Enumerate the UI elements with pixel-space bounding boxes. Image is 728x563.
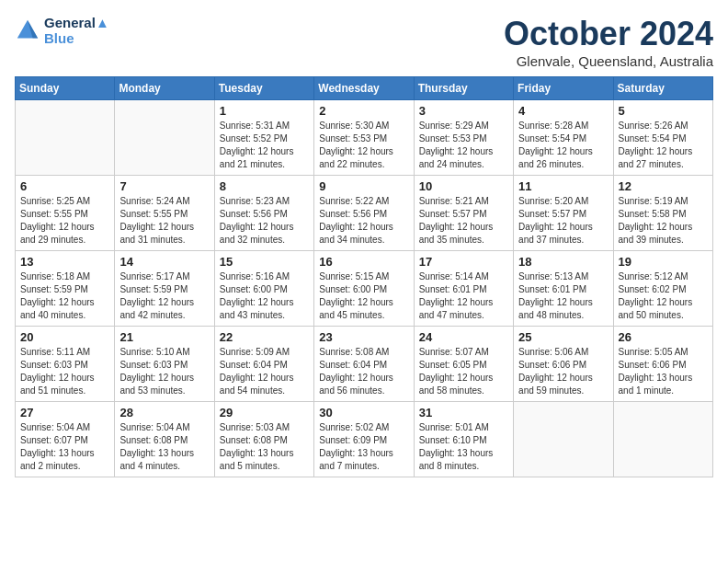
calendar-cell: 16Sunrise: 5:15 AM Sunset: 6:00 PM Dayli… xyxy=(314,251,414,327)
calendar-cell: 30Sunrise: 5:02 AM Sunset: 6:09 PM Dayli… xyxy=(314,402,414,477)
calendar-cell xyxy=(613,402,712,477)
day-number: 22 xyxy=(220,330,309,344)
day-info: Sunrise: 5:28 AM Sunset: 5:54 PM Dayligh… xyxy=(518,120,608,171)
calendar-cell: 12Sunrise: 5:19 AM Sunset: 5:58 PM Dayli… xyxy=(613,176,712,251)
day-number: 27 xyxy=(20,406,109,419)
day-info: Sunrise: 5:12 AM Sunset: 6:02 PM Dayligh… xyxy=(619,270,708,322)
calendar-table: SundayMondayTuesdayWednesdayThursdayFrid… xyxy=(15,76,713,477)
calendar-cell: 11Sunrise: 5:20 AM Sunset: 5:57 PM Dayli… xyxy=(514,176,613,251)
day-number: 10 xyxy=(419,179,508,193)
calendar-cell: 22Sunrise: 5:09 AM Sunset: 6:04 PM Dayli… xyxy=(214,327,313,402)
logo-icon xyxy=(15,17,40,43)
day-info: Sunrise: 5:25 AM Sunset: 5:55 PM Dayligh… xyxy=(20,195,109,247)
calendar-cell: 5Sunrise: 5:26 AM Sunset: 5:54 PM Daylig… xyxy=(613,100,712,176)
calendar-cell: 18Sunrise: 5:13 AM Sunset: 6:01 PM Dayli… xyxy=(514,251,613,327)
day-number: 30 xyxy=(319,406,408,419)
weekday-header: Friday xyxy=(514,77,613,100)
day-info: Sunrise: 5:21 AM Sunset: 5:57 PM Dayligh… xyxy=(419,195,508,247)
day-number: 24 xyxy=(419,330,508,344)
day-number: 5 xyxy=(619,104,708,118)
day-info: Sunrise: 5:17 AM Sunset: 5:59 PM Dayligh… xyxy=(119,270,209,322)
day-number: 11 xyxy=(518,179,608,193)
calendar-cell: 19Sunrise: 5:12 AM Sunset: 6:02 PM Dayli… xyxy=(613,251,712,327)
calendar-cell: 24Sunrise: 5:07 AM Sunset: 6:05 PM Dayli… xyxy=(414,327,513,402)
day-info: Sunrise: 5:31 AM Sunset: 5:52 PM Dayligh… xyxy=(220,120,309,171)
weekday-header: Wednesday xyxy=(314,77,414,100)
day-info: Sunrise: 5:03 AM Sunset: 6:08 PM Dayligh… xyxy=(220,421,309,473)
day-number: 12 xyxy=(619,179,708,193)
calendar-cell: 14Sunrise: 5:17 AM Sunset: 5:59 PM Dayli… xyxy=(115,251,214,327)
day-number: 1 xyxy=(220,104,309,118)
day-number: 23 xyxy=(319,330,408,344)
calendar-week-row: 1Sunrise: 5:31 AM Sunset: 5:52 PM Daylig… xyxy=(16,100,713,176)
calendar-cell: 3Sunrise: 5:29 AM Sunset: 5:53 PM Daylig… xyxy=(414,100,513,176)
logo: General▲ Blue xyxy=(15,15,109,46)
day-info: Sunrise: 5:20 AM Sunset: 5:57 PM Dayligh… xyxy=(518,195,608,247)
calendar-cell: 25Sunrise: 5:06 AM Sunset: 6:06 PM Dayli… xyxy=(514,327,613,402)
day-info: Sunrise: 5:19 AM Sunset: 5:58 PM Dayligh… xyxy=(619,195,708,247)
weekday-header: Tuesday xyxy=(214,77,313,100)
calendar-cell: 1Sunrise: 5:31 AM Sunset: 5:52 PM Daylig… xyxy=(214,100,313,176)
calendar-week-row: 13Sunrise: 5:18 AM Sunset: 5:59 PM Dayli… xyxy=(16,251,713,327)
day-info: Sunrise: 5:18 AM Sunset: 5:59 PM Dayligh… xyxy=(20,270,109,322)
calendar-cell: 17Sunrise: 5:14 AM Sunset: 6:01 PM Dayli… xyxy=(414,251,513,327)
calendar-cell: 28Sunrise: 5:04 AM Sunset: 6:08 PM Dayli… xyxy=(115,402,214,477)
calendar-cell: 26Sunrise: 5:05 AM Sunset: 6:06 PM Dayli… xyxy=(613,327,712,402)
day-number: 19 xyxy=(619,255,708,269)
day-number: 28 xyxy=(119,406,209,419)
calendar-cell: 23Sunrise: 5:08 AM Sunset: 6:04 PM Dayli… xyxy=(314,327,414,402)
month-title: October 2024 xyxy=(504,15,713,53)
day-number: 13 xyxy=(20,255,109,269)
day-number: 17 xyxy=(419,255,508,269)
day-info: Sunrise: 5:06 AM Sunset: 6:06 PM Dayligh… xyxy=(518,346,608,397)
day-info: Sunrise: 5:08 AM Sunset: 6:04 PM Dayligh… xyxy=(319,346,408,397)
day-info: Sunrise: 5:01 AM Sunset: 6:10 PM Dayligh… xyxy=(419,421,508,473)
day-number: 26 xyxy=(619,330,708,344)
calendar-week-row: 6Sunrise: 5:25 AM Sunset: 5:55 PM Daylig… xyxy=(16,176,713,251)
day-number: 7 xyxy=(119,179,209,193)
day-info: Sunrise: 5:29 AM Sunset: 5:53 PM Dayligh… xyxy=(419,120,508,171)
calendar-cell: 27Sunrise: 5:04 AM Sunset: 6:07 PM Dayli… xyxy=(16,402,115,477)
calendar-week-row: 27Sunrise: 5:04 AM Sunset: 6:07 PM Dayli… xyxy=(16,402,713,477)
day-info: Sunrise: 5:05 AM Sunset: 6:06 PM Dayligh… xyxy=(619,346,708,397)
calendar-week-row: 20Sunrise: 5:11 AM Sunset: 6:03 PM Dayli… xyxy=(16,327,713,402)
calendar-cell: 9Sunrise: 5:22 AM Sunset: 5:56 PM Daylig… xyxy=(314,176,414,251)
day-info: Sunrise: 5:13 AM Sunset: 6:01 PM Dayligh… xyxy=(518,270,608,322)
day-info: Sunrise: 5:15 AM Sunset: 6:00 PM Dayligh… xyxy=(319,270,408,322)
day-number: 15 xyxy=(220,255,309,269)
day-info: Sunrise: 5:07 AM Sunset: 6:05 PM Dayligh… xyxy=(419,346,508,397)
calendar-cell: 7Sunrise: 5:24 AM Sunset: 5:55 PM Daylig… xyxy=(115,176,214,251)
day-info: Sunrise: 5:24 AM Sunset: 5:55 PM Dayligh… xyxy=(119,195,209,247)
day-info: Sunrise: 5:26 AM Sunset: 5:54 PM Dayligh… xyxy=(619,120,708,171)
calendar-cell xyxy=(514,402,613,477)
day-number: 2 xyxy=(319,104,408,118)
weekday-header: Saturday xyxy=(613,77,712,100)
day-number: 3 xyxy=(419,104,508,118)
day-number: 18 xyxy=(518,255,608,269)
calendar-cell: 2Sunrise: 5:30 AM Sunset: 5:53 PM Daylig… xyxy=(314,100,414,176)
day-info: Sunrise: 5:30 AM Sunset: 5:53 PM Dayligh… xyxy=(319,120,408,171)
day-info: Sunrise: 5:02 AM Sunset: 6:09 PM Dayligh… xyxy=(319,421,408,473)
calendar-cell xyxy=(16,100,115,176)
calendar-cell: 8Sunrise: 5:23 AM Sunset: 5:56 PM Daylig… xyxy=(214,176,313,251)
day-number: 20 xyxy=(20,330,109,344)
day-info: Sunrise: 5:23 AM Sunset: 5:56 PM Dayligh… xyxy=(220,195,309,247)
day-number: 31 xyxy=(419,406,508,419)
day-number: 4 xyxy=(518,104,608,118)
weekday-header: Monday xyxy=(115,77,214,100)
calendar-cell: 6Sunrise: 5:25 AM Sunset: 5:55 PM Daylig… xyxy=(16,176,115,251)
page-header: General▲ Blue October 2024 Glenvale, Que… xyxy=(15,15,713,69)
calendar-cell: 20Sunrise: 5:11 AM Sunset: 6:03 PM Dayli… xyxy=(16,327,115,402)
day-info: Sunrise: 5:04 AM Sunset: 6:07 PM Dayligh… xyxy=(20,421,109,473)
weekday-header-row: SundayMondayTuesdayWednesdayThursdayFrid… xyxy=(16,77,713,100)
calendar-cell: 13Sunrise: 5:18 AM Sunset: 5:59 PM Dayli… xyxy=(16,251,115,327)
day-info: Sunrise: 5:04 AM Sunset: 6:08 PM Dayligh… xyxy=(119,421,209,473)
day-info: Sunrise: 5:10 AM Sunset: 6:03 PM Dayligh… xyxy=(119,346,209,397)
day-number: 9 xyxy=(319,179,408,193)
day-number: 21 xyxy=(119,330,209,344)
day-info: Sunrise: 5:14 AM Sunset: 6:01 PM Dayligh… xyxy=(419,270,508,322)
location-subtitle: Glenvale, Queensland, Australia xyxy=(504,53,713,69)
logo-text: General▲ Blue xyxy=(44,15,109,46)
day-info: Sunrise: 5:22 AM Sunset: 5:56 PM Dayligh… xyxy=(319,195,408,247)
title-section: October 2024 Glenvale, Queensland, Austr… xyxy=(504,15,713,69)
